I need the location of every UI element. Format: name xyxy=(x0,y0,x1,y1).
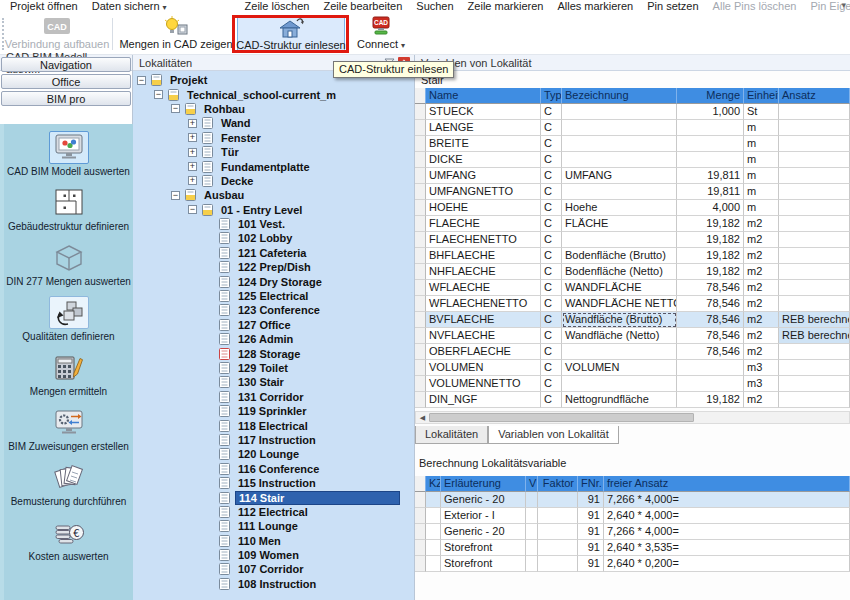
toolbar-button-3[interactable]: CADConnect▾ xyxy=(351,15,411,53)
sidebar-tool-1[interactable]: Gebäudestruktur definieren xyxy=(4,186,133,232)
table-row[interactable]: Storefront912,640 * 3,535= xyxy=(415,540,850,556)
tree-node[interactable]: 109 Women xyxy=(133,548,414,562)
expand-icon[interactable]: + xyxy=(188,119,197,128)
collapse-icon[interactable]: − xyxy=(171,104,180,113)
column-header-freier Ansatz[interactable]: freier Ansatz xyxy=(604,476,850,492)
tree-node[interactable]: 130 Stair xyxy=(133,375,414,389)
tree-node[interactable]: 129 Toilet xyxy=(133,361,414,375)
tab-lokalitäten[interactable]: Lokalitäten xyxy=(415,426,488,444)
tree-node[interactable]: +Tür xyxy=(133,145,414,159)
tree-node[interactable]: 121 Cafeteria xyxy=(133,246,414,260)
tree-node[interactable]: +Decke xyxy=(133,174,414,188)
menu-item-6[interactable]: Alles markieren xyxy=(557,0,633,12)
column-header-Typ[interactable]: Typ xyxy=(541,88,562,104)
tree-node[interactable]: −Rohbau xyxy=(133,102,414,116)
sidebar-tab-office[interactable]: Office xyxy=(1,74,131,89)
tree-node[interactable]: 111 Lounge xyxy=(133,519,414,533)
tree-node[interactable]: 108 Instruction xyxy=(133,577,414,591)
table-row[interactable]: DIN_NGFCNettogrundfläche19,182m2 xyxy=(415,392,850,408)
tab-variablen-von-lokalität[interactable]: Variablen von Lokalität xyxy=(488,426,618,444)
sidebar-tool-3[interactable]: Qualitäten definieren xyxy=(4,296,133,342)
tree-node[interactable]: 127 Office xyxy=(133,318,414,332)
tree-node[interactable]: 118 Electrical xyxy=(133,418,414,432)
tree-node[interactable]: 126 Admin xyxy=(133,332,414,346)
expand-icon[interactable]: + xyxy=(188,133,197,142)
column-header-Einheit[interactable]: Einheit xyxy=(744,88,779,104)
tree-node[interactable]: +Fenster xyxy=(133,131,414,145)
collapse-icon[interactable]: − xyxy=(188,205,197,214)
table-row[interactable]: FLAECHENETTOC19,182m2 xyxy=(415,232,850,248)
toolbar-button-1[interactable]: Mengen in CAD zeigen xyxy=(118,15,234,53)
table-row[interactable]: OBERFLAECHEC78,546m2 xyxy=(415,344,850,360)
collapse-icon[interactable]: − xyxy=(171,191,180,200)
table-row[interactable]: VOLUMENCVOLUMENm3 xyxy=(415,360,850,376)
sidebar-tab-bim-pro[interactable]: BIM pro xyxy=(1,91,131,106)
tree-node[interactable]: 101 Vest. xyxy=(133,217,414,231)
tree-node[interactable]: −Technical_school-current_m xyxy=(133,87,414,101)
tree-node[interactable]: 102 Lobby xyxy=(133,231,414,245)
column-header-KZ[interactable]: KZ xyxy=(426,476,441,492)
toolbar-button-0[interactable]: CADVerbindung aufbauen xyxy=(6,15,108,53)
menu-item-4[interactable]: Suchen xyxy=(416,0,453,12)
table-row[interactable]: Exterior - I912,640 * 4,000= xyxy=(415,508,850,524)
tree-node[interactable]: +Fundamentplatte xyxy=(133,159,414,173)
column-header-Bezeichnung[interactable]: Bezeichnung xyxy=(562,88,677,104)
tree-node[interactable]: 114 Stair xyxy=(133,490,414,504)
column-header-Erläuterung[interactable]: Erläuterung xyxy=(441,476,526,492)
table-row[interactable]: BREITECm xyxy=(415,136,850,152)
sidebar-tool-7[interactable]: €Kosten auswerten xyxy=(4,516,133,562)
menu-item-3[interactable]: Zeile bearbeiten xyxy=(323,0,402,12)
tree-node[interactable]: 107 Corridor xyxy=(133,562,414,576)
tree-node[interactable]: 131 Corridor xyxy=(133,390,414,404)
table-row[interactable]: WFLAECHECWANDFLÄCHE78,546m2 xyxy=(415,280,850,296)
expand-icon[interactable]: + xyxy=(188,162,197,171)
table-row[interactable]: DICKECm xyxy=(415,152,850,168)
tree-node[interactable]: 128 Storage xyxy=(133,346,414,360)
table-row[interactable]: FLAECHECFLÄCHE19,182m2 xyxy=(415,216,850,232)
menu-item-8[interactable]: Alle Pins löschen xyxy=(713,0,797,12)
menu-item-7[interactable]: Pin setzen xyxy=(647,0,698,12)
table-row[interactable]: NHFLAECHECBodenfläche (Netto)19,182m2 xyxy=(415,264,850,280)
scroll-left-icon[interactable]: ◀ xyxy=(416,412,429,423)
menu-item-5[interactable]: Zeile markieren xyxy=(468,0,544,12)
tree-node[interactable]: 120 Lounge xyxy=(133,447,414,461)
table-row[interactable]: Generic - 20917,266 * 4,000= xyxy=(415,524,850,540)
table-row[interactable]: BVFLAECHECWandfläche (Brutto)78,546m2REB… xyxy=(415,312,850,328)
menu-item-1[interactable]: Daten sichern▾ xyxy=(92,0,167,12)
sidebar-tool-4[interactable]: Mengen ermitteln xyxy=(4,351,133,397)
column-header-Faktor[interactable]: Faktor xyxy=(538,476,578,492)
table-row[interactable]: NVFLAECHECWandfläche (Netto)78,546m2REB … xyxy=(415,328,850,344)
tree-node[interactable]: 115 Instruction xyxy=(133,476,414,490)
column-header-Name[interactable]: Name xyxy=(426,88,541,104)
table-row[interactable]: WFLAECHENETTOCWANDFLÄCHE NETTO78,546m2 xyxy=(415,296,850,312)
table-row[interactable]: LAENGECm xyxy=(415,120,850,136)
table-row[interactable]: VOLUMENNETTOCm3 xyxy=(415,376,850,392)
column-header-V[interactable]: V xyxy=(526,476,538,492)
menu-item-0[interactable]: Projekt öffnen xyxy=(10,0,78,12)
sidebar-tab-navigation[interactable]: Navigation xyxy=(1,57,131,72)
table-row[interactable]: Generic - 20917,266 * 4,000= xyxy=(415,492,850,508)
tree-node[interactable]: 122 Prep/Dish xyxy=(133,260,414,274)
column-header-FNr.[interactable]: FNr. xyxy=(578,476,604,492)
expand-icon[interactable]: + xyxy=(188,176,197,185)
tree-node[interactable]: −Ausbau xyxy=(133,188,414,202)
table-row[interactable]: STUECKC1,000St xyxy=(415,104,850,120)
tree-node[interactable]: −01 - Entry Level xyxy=(133,203,414,217)
sidebar-tool-0[interactable]: CAD BIM Modell auswerten xyxy=(4,131,133,177)
horizontal-scrollbar[interactable]: ◀ xyxy=(415,411,850,424)
toolbar-overflow-chevron[interactable]: ▾ xyxy=(841,0,846,10)
column-header-Ansatz[interactable]: Ansatz xyxy=(779,88,850,104)
sidebar-tool-6[interactable]: Bemusterung durchführen xyxy=(4,461,133,507)
table-row[interactable]: UMFANGCUMFANG19,811m xyxy=(415,168,850,184)
table-row[interactable]: HOEHECHoehe4,000m xyxy=(415,200,850,216)
collapse-icon[interactable]: − xyxy=(154,90,163,99)
sidebar-tool-2[interactable]: DIN 277 Mengen auswerten xyxy=(4,241,133,287)
tree-node[interactable]: 125 Electrical xyxy=(133,289,414,303)
toolbar-button-2[interactable]: CAD-Struktur einlesen xyxy=(237,15,345,53)
collapse-icon[interactable]: − xyxy=(137,76,146,85)
tree-node[interactable]: 124 Dry Storage xyxy=(133,274,414,288)
tree-node[interactable]: 123 Conference xyxy=(133,303,414,317)
tree-node[interactable]: 119 Sprinkler xyxy=(133,404,414,418)
table-row[interactable]: Storefront912,640 * 0,200= xyxy=(415,556,850,572)
tree-node[interactable]: 112 Electrical xyxy=(133,505,414,519)
